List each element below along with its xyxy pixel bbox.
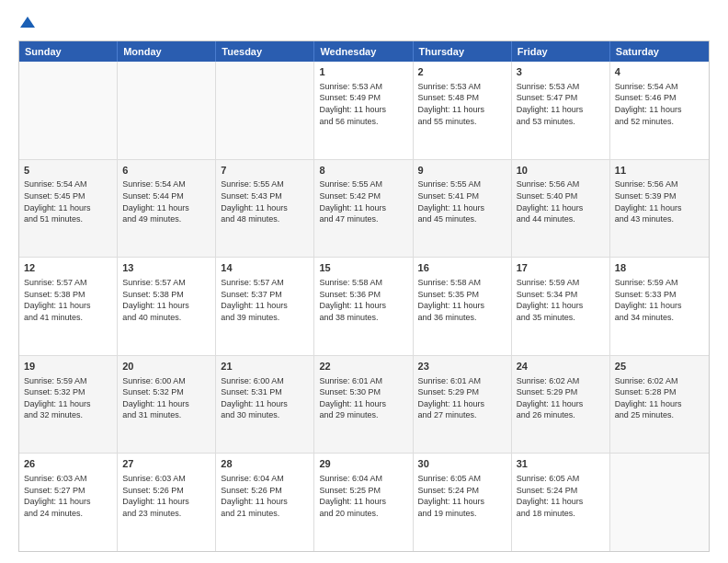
calendar-cell (610, 454, 709, 551)
calendar-cell: 29Sunrise: 6:04 AM Sunset: 5:25 PM Dayli… (314, 454, 413, 551)
day-info: Sunrise: 5:57 AM Sunset: 5:37 PM Dayligh… (221, 277, 309, 323)
calendar-cell: 2Sunrise: 5:53 AM Sunset: 5:48 PM Daylig… (414, 62, 512, 159)
calendar-header-cell: Monday (118, 41, 216, 62)
day-number: 28 (221, 457, 309, 471)
day-info: Sunrise: 5:54 AM Sunset: 5:45 PM Dayligh… (24, 178, 112, 224)
calendar-cell: 6Sunrise: 5:54 AM Sunset: 5:44 PM Daylig… (118, 160, 216, 258)
calendar-week: 5Sunrise: 5:54 AM Sunset: 5:45 PM Daylig… (19, 160, 709, 259)
day-number: 11 (615, 164, 704, 178)
calendar-cell (216, 62, 314, 159)
logo-icon (20, 15, 35, 29)
day-info: Sunrise: 5:59 AM Sunset: 5:32 PM Dayligh… (24, 375, 112, 421)
calendar-cell: 11Sunrise: 5:56 AM Sunset: 5:39 PM Dayli… (610, 160, 709, 258)
calendar: SundayMondayTuesdayWednesdayThursdayFrid… (18, 40, 710, 552)
day-info: Sunrise: 5:57 AM Sunset: 5:38 PM Dayligh… (24, 277, 112, 323)
day-info: Sunrise: 6:01 AM Sunset: 5:30 PM Dayligh… (319, 375, 407, 421)
day-number: 21 (221, 360, 309, 373)
calendar-cell: 24Sunrise: 6:02 AM Sunset: 5:29 PM Dayli… (512, 356, 610, 454)
day-number: 10 (517, 164, 605, 178)
calendar-cell: 5Sunrise: 5:54 AM Sunset: 5:45 PM Daylig… (19, 160, 118, 258)
day-info: Sunrise: 6:00 AM Sunset: 5:32 PM Dayligh… (122, 375, 210, 421)
day-info: Sunrise: 5:54 AM Sunset: 5:44 PM Dayligh… (122, 178, 210, 224)
day-info: Sunrise: 5:53 AM Sunset: 5:49 PM Dayligh… (319, 81, 407, 127)
day-number: 1 (319, 65, 407, 79)
day-info: Sunrise: 6:02 AM Sunset: 5:28 PM Dayligh… (615, 375, 704, 421)
calendar-cell: 18Sunrise: 5:59 AM Sunset: 5:33 PM Dayli… (610, 258, 709, 355)
day-info: Sunrise: 6:05 AM Sunset: 5:24 PM Dayligh… (517, 473, 605, 519)
day-info: Sunrise: 5:58 AM Sunset: 5:36 PM Dayligh… (319, 277, 407, 323)
calendar-cell (19, 62, 118, 159)
day-number: 25 (615, 360, 704, 373)
calendar-cell: 4Sunrise: 5:54 AM Sunset: 5:46 PM Daylig… (610, 62, 709, 159)
day-info: Sunrise: 6:04 AM Sunset: 5:26 PM Dayligh… (221, 473, 309, 519)
calendar-header: SundayMondayTuesdayWednesdayThursdayFrid… (19, 41, 709, 62)
calendar-week: 19Sunrise: 5:59 AM Sunset: 5:32 PM Dayli… (19, 356, 709, 454)
day-number: 12 (24, 261, 112, 275)
day-info: Sunrise: 6:01 AM Sunset: 5:29 PM Dayligh… (418, 375, 506, 421)
calendar-cell: 27Sunrise: 6:03 AM Sunset: 5:26 PM Dayli… (118, 454, 216, 551)
day-number: 29 (319, 457, 407, 471)
calendar-cell: 8Sunrise: 5:55 AM Sunset: 5:42 PM Daylig… (314, 160, 413, 258)
calendar-cell: 1Sunrise: 5:53 AM Sunset: 5:49 PM Daylig… (314, 62, 413, 159)
calendar-cell: 16Sunrise: 5:58 AM Sunset: 5:35 PM Dayli… (414, 258, 512, 355)
calendar-week: 26Sunrise: 6:03 AM Sunset: 5:27 PM Dayli… (19, 454, 709, 551)
day-number: 19 (24, 360, 112, 373)
day-info: Sunrise: 6:02 AM Sunset: 5:29 PM Dayligh… (517, 375, 605, 421)
calendar-cell: 19Sunrise: 5:59 AM Sunset: 5:32 PM Dayli… (19, 356, 118, 454)
day-number: 3 (517, 65, 605, 79)
day-number: 14 (221, 261, 309, 275)
day-info: Sunrise: 5:56 AM Sunset: 5:40 PM Dayligh… (517, 178, 605, 224)
day-number: 2 (418, 65, 506, 79)
day-number: 6 (122, 164, 210, 178)
calendar-cell: 20Sunrise: 6:00 AM Sunset: 5:32 PM Dayli… (118, 356, 216, 454)
calendar-header-cell: Wednesday (314, 41, 413, 62)
day-info: Sunrise: 6:05 AM Sunset: 5:24 PM Dayligh… (418, 473, 506, 519)
calendar-header-cell: Tuesday (216, 41, 314, 62)
day-number: 16 (418, 261, 506, 275)
calendar-header-cell: Sunday (19, 41, 118, 62)
calendar-cell: 21Sunrise: 6:00 AM Sunset: 5:31 PM Dayli… (216, 356, 314, 454)
day-number: 15 (319, 261, 407, 275)
calendar-cell: 13Sunrise: 5:57 AM Sunset: 5:38 PM Dayli… (118, 258, 216, 355)
day-info: Sunrise: 5:58 AM Sunset: 5:35 PM Dayligh… (418, 277, 506, 323)
day-number: 4 (615, 65, 704, 79)
calendar-cell: 17Sunrise: 5:59 AM Sunset: 5:34 PM Dayli… (512, 258, 610, 355)
calendar-cell: 30Sunrise: 6:05 AM Sunset: 5:24 PM Dayli… (414, 454, 512, 551)
day-info: Sunrise: 5:59 AM Sunset: 5:34 PM Dayligh… (517, 277, 605, 323)
svg-marker-0 (20, 17, 35, 28)
day-info: Sunrise: 5:59 AM Sunset: 5:33 PM Dayligh… (615, 277, 704, 323)
calendar-cell: 7Sunrise: 5:55 AM Sunset: 5:43 PM Daylig… (216, 160, 314, 258)
day-info: Sunrise: 5:53 AM Sunset: 5:47 PM Dayligh… (517, 81, 605, 127)
day-info: Sunrise: 6:03 AM Sunset: 5:27 PM Dayligh… (24, 473, 112, 519)
calendar-cell: 10Sunrise: 5:56 AM Sunset: 5:40 PM Dayli… (512, 160, 610, 258)
day-info: Sunrise: 5:53 AM Sunset: 5:48 PM Dayligh… (418, 81, 506, 127)
day-number: 18 (615, 261, 704, 275)
calendar-cell: 22Sunrise: 6:01 AM Sunset: 5:30 PM Dayli… (314, 356, 413, 454)
calendar-cell: 23Sunrise: 6:01 AM Sunset: 5:29 PM Dayli… (414, 356, 512, 454)
calendar-week: 12Sunrise: 5:57 AM Sunset: 5:38 PM Dayli… (19, 258, 709, 356)
calendar-cell: 9Sunrise: 5:55 AM Sunset: 5:41 PM Daylig… (414, 160, 512, 258)
day-number: 30 (418, 457, 506, 471)
page: SundayMondayTuesdayWednesdayThursdayFrid… (0, 0, 728, 563)
header (18, 17, 710, 29)
day-number: 8 (319, 164, 407, 178)
logo (18, 17, 35, 29)
day-number: 22 (319, 360, 407, 373)
day-number: 9 (418, 164, 506, 178)
day-number: 24 (517, 360, 605, 373)
day-info: Sunrise: 5:57 AM Sunset: 5:38 PM Dayligh… (122, 277, 210, 323)
day-info: Sunrise: 6:04 AM Sunset: 5:25 PM Dayligh… (319, 473, 407, 519)
day-info: Sunrise: 5:54 AM Sunset: 5:46 PM Dayligh… (615, 81, 704, 127)
calendar-cell: 12Sunrise: 5:57 AM Sunset: 5:38 PM Dayli… (19, 258, 118, 355)
day-info: Sunrise: 5:55 AM Sunset: 5:43 PM Dayligh… (221, 178, 309, 224)
day-number: 26 (24, 457, 112, 471)
calendar-cell: 28Sunrise: 6:04 AM Sunset: 5:26 PM Dayli… (216, 454, 314, 551)
calendar-cell (118, 62, 216, 159)
calendar-cell: 26Sunrise: 6:03 AM Sunset: 5:27 PM Dayli… (19, 454, 118, 551)
calendar-week: 1Sunrise: 5:53 AM Sunset: 5:49 PM Daylig… (19, 62, 709, 160)
day-number: 13 (122, 261, 210, 275)
calendar-cell: 14Sunrise: 5:57 AM Sunset: 5:37 PM Dayli… (216, 258, 314, 355)
day-number: 7 (221, 164, 309, 178)
calendar-cell: 31Sunrise: 6:05 AM Sunset: 5:24 PM Dayli… (512, 454, 610, 551)
day-info: Sunrise: 6:00 AM Sunset: 5:31 PM Dayligh… (221, 375, 309, 421)
